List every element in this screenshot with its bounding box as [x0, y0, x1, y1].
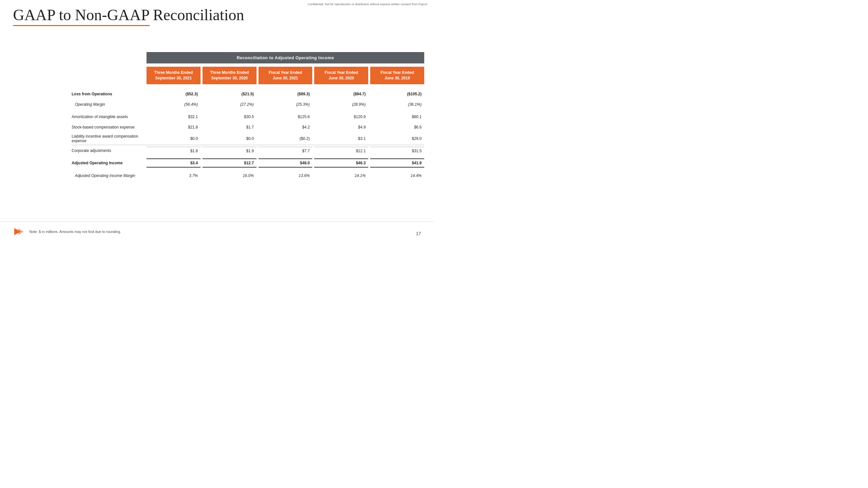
cell-amort-1: $30.5: [203, 113, 256, 120]
cell-adjm-2: 13.6%: [258, 172, 313, 179]
cell-loss-3: ($94.7): [314, 91, 368, 98]
col-header-3: Fiscal Year Ended June 30, 2020: [314, 67, 368, 84]
cell-lia-2: ($0.2): [258, 135, 313, 142]
row-label-corporate: Corporate adjustments: [72, 148, 147, 153]
page-title-area: GAAP to Non-GAAP Reconciliation: [13, 6, 244, 26]
row-cells-adj-margin: 3.7% 16.0% 13.6% 14.1% 14.4%: [147, 172, 424, 179]
row-cells-adj-income: $3.4 $12.7 $48.0 $46.3 $41.9: [147, 158, 424, 167]
table-row: Adjusted Operating Income Margin 3.7% 16…: [72, 170, 424, 181]
row-cells-amortization: $32.1 $30.5 $125.6 $120.9 $80.1: [147, 113, 424, 120]
col-header-3-line1: Fiscal Year Ended: [324, 70, 358, 75]
row-cells-corporate: $1.8 $1.9 $7.7 $12.1 $31.5: [147, 147, 424, 155]
col-header-1-line2: September 30, 2020: [211, 76, 248, 80]
cell-om-0: (56.4%): [147, 101, 200, 108]
table-row: Liability incentive award compensation e…: [72, 132, 424, 145]
footer: Note: $ in millions. Amounts may not foo…: [0, 222, 434, 237]
data-table: Loss from Operations ($52.3) ($21.5) ($8…: [72, 89, 424, 181]
cell-adj-3: $46.3: [314, 158, 368, 167]
row-label-liability: Liability incentive award compensation e…: [72, 134, 147, 143]
col-header-0-line2: September 30, 2021: [155, 76, 192, 80]
cell-sbc-1: $1.7: [203, 124, 256, 131]
row-cells-operating-margin: (56.4%) (27.2%) (25.3%) (28.9%) (36.1%): [147, 101, 424, 108]
cell-loss-1: ($21.5): [203, 91, 256, 98]
col-header-2-line2: June 30, 2021: [273, 76, 298, 80]
table-row: Operating Margin (56.4%) (27.2%) (25.3%)…: [72, 99, 424, 110]
cell-adjm-0: 3.7%: [147, 172, 200, 179]
table-row-adjusted-income: Adjusted Operating Income $3.4 $12.7 $48…: [72, 157, 424, 169]
col-header-4: Fiscal Year Ended June 30, 2019: [370, 67, 424, 84]
cell-lia-1: $0.0: [203, 135, 256, 142]
cell-lia-3: $3.1: [314, 135, 368, 142]
confidential-notice: Confidential: Not for reproduction or di…: [308, 3, 428, 6]
cell-adjm-4: 14.4%: [370, 172, 424, 179]
cell-sbc-0: $21.8: [147, 124, 200, 131]
row-label-operating-margin: Operating Margin: [72, 102, 147, 107]
cell-adj-0: $3.4: [147, 158, 200, 167]
paycor-logo-icon: [13, 226, 25, 237]
cell-om-4: (36.1%): [370, 101, 424, 108]
col-header-4-line1: Fiscal Year Ended: [381, 70, 414, 75]
cell-corp-1: $1.9: [203, 147, 256, 155]
cell-adj-2: $48.0: [258, 158, 313, 167]
row-cells-stock-comp: $21.8 $1.7 $4.2 $4.9 $6.6: [147, 124, 424, 131]
row-cells-liability: $0.0 $0.0 ($0.2) $3.1 $29.0: [147, 135, 424, 142]
cell-adjm-1: 16.0%: [203, 172, 256, 179]
cell-om-2: (25.3%): [258, 101, 313, 108]
cell-adjm-3: 14.1%: [314, 172, 368, 179]
col-header-1: Three Months Ended September 30, 2020: [203, 67, 256, 84]
row-label-adj-income: Adjusted Operating Income: [72, 161, 147, 165]
page-title: GAAP to Non-GAAP Reconciliation: [13, 6, 244, 24]
row-label-loss-operations: Loss from Operations: [72, 92, 147, 96]
row-label-stock-comp: Stock-based compensation expense: [72, 125, 147, 129]
cell-loss-0: ($52.3): [147, 91, 200, 98]
row-label-adj-margin: Adjusted Operating Income Margin: [72, 173, 147, 178]
row-label-amortization: Amortization of intangible assets: [72, 115, 147, 119]
cell-adj-4: $41.9: [370, 158, 424, 167]
cell-corp-3: $12.1: [314, 147, 368, 155]
svg-marker-1: [18, 228, 24, 235]
cell-sbc-3: $4.9: [314, 124, 368, 131]
cell-loss-4: ($105.2): [370, 91, 424, 98]
col-header-0: Three Months Ended September 30, 2021: [147, 67, 200, 84]
col-header-3-line2: June 30, 2020: [329, 76, 354, 80]
cell-corp-4: $31.5: [370, 147, 424, 155]
page-number: 17: [416, 231, 421, 236]
cell-om-3: (28.9%): [314, 101, 368, 108]
cell-lia-4: $29.0: [370, 135, 424, 142]
table-row: Amortization of intangible assets $32.1 …: [72, 111, 424, 122]
row-cells-loss-operations: ($52.3) ($21.5) ($89.3) ($94.7) ($105.2): [147, 91, 424, 98]
cell-corp-0: $1.8: [147, 147, 200, 155]
col-header-0-line1: Three Months Ended: [154, 70, 193, 75]
col-header-2: Fiscal Year Ended June 30, 2021: [258, 67, 313, 84]
table-row: Corporate adjustments $1.8 $1.9 $7.7 $12…: [72, 145, 424, 156]
cell-sbc-4: $6.6: [370, 124, 424, 131]
table-row: Loss from Operations ($52.3) ($21.5) ($8…: [72, 89, 424, 99]
table-row: Stock-based compensation expense $21.8 $…: [72, 122, 424, 132]
cell-amort-2: $125.6: [258, 113, 313, 120]
cell-loss-2: ($89.3): [258, 91, 313, 98]
reconciliation-table: Reconciliation to Adjusted Operating Inc…: [72, 52, 424, 181]
col-header-1-line1: Three Months Ended: [210, 70, 249, 75]
cell-corp-2: $7.7: [258, 147, 313, 155]
cell-adj-1: $12.7: [203, 158, 256, 167]
table-main-header: Reconciliation to Adjusted Operating Inc…: [147, 52, 424, 63]
cell-amort-0: $32.1: [147, 113, 200, 120]
cell-amort-3: $120.9: [314, 113, 368, 120]
footer-note: Note: $ in millions. Amounts may not foo…: [29, 230, 121, 234]
col-header-4-line2: June 30, 2019: [384, 76, 410, 80]
cell-om-1: (27.2%): [203, 101, 256, 108]
cell-sbc-2: $4.2: [258, 124, 313, 131]
column-headers: Three Months Ended September 30, 2021 Th…: [147, 67, 424, 84]
col-header-2-line1: Fiscal Year Ended: [269, 70, 302, 75]
cell-amort-4: $80.1: [370, 113, 424, 120]
cell-lia-0: $0.0: [147, 135, 200, 142]
title-underline: [13, 25, 150, 26]
